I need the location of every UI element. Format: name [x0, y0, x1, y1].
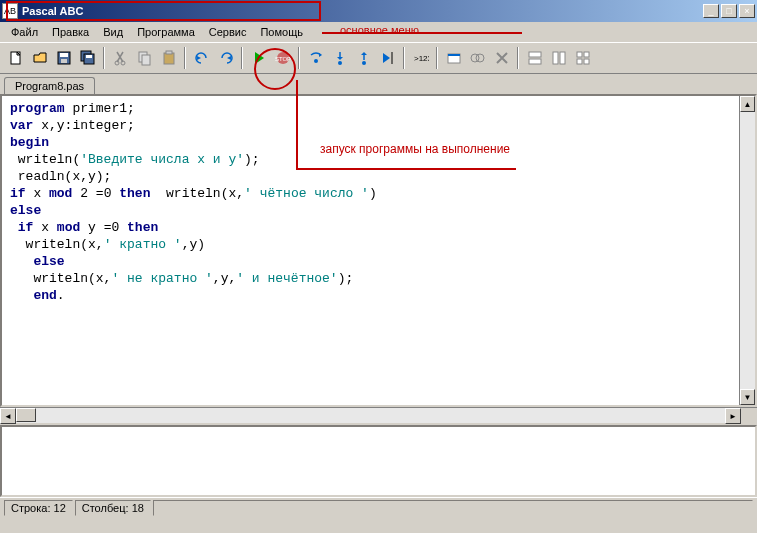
svg-point-23 — [476, 54, 484, 62]
minimize-button[interactable]: _ — [703, 4, 719, 18]
tile-h-icon[interactable] — [523, 47, 546, 69]
step-out-icon[interactable] — [352, 47, 375, 69]
svg-rect-31 — [584, 59, 589, 64]
save-all-icon[interactable] — [76, 47, 99, 69]
annotation-line-run-h — [296, 168, 516, 170]
window-title: Pascal ABC — [22, 5, 703, 17]
cascade-icon[interactable] — [466, 47, 489, 69]
svg-rect-3 — [61, 59, 67, 63]
svg-rect-29 — [584, 52, 589, 57]
annotation-run-label: запуск программы на выполнение — [320, 142, 510, 156]
new-icon[interactable] — [4, 47, 27, 69]
menu-file[interactable]: Файл — [4, 24, 45, 40]
svg-rect-11 — [164, 53, 174, 64]
annotation-line-run-v — [296, 80, 298, 170]
svg-rect-26 — [553, 52, 558, 64]
undo-icon[interactable] — [190, 47, 213, 69]
close-all-icon[interactable] — [490, 47, 513, 69]
windows-icon[interactable] — [442, 47, 465, 69]
svg-rect-27 — [560, 52, 565, 64]
svg-point-16 — [338, 61, 342, 65]
svg-rect-21 — [448, 54, 460, 56]
paste-icon[interactable] — [157, 47, 180, 69]
svg-rect-10 — [142, 55, 150, 65]
svg-text:STOP: STOP — [275, 56, 291, 62]
svg-point-15 — [314, 59, 318, 63]
menu-program[interactable]: Программа — [130, 24, 202, 40]
toolbar: STOP >123 — [0, 42, 757, 74]
svg-rect-12 — [166, 51, 172, 54]
close-button[interactable]: × — [739, 4, 755, 18]
svg-rect-25 — [529, 59, 541, 64]
svg-rect-6 — [86, 55, 92, 58]
annotation-menu-label: основное меню — [340, 24, 419, 36]
run-to-cursor-icon[interactable] — [376, 47, 399, 69]
vertical-scrollbar[interactable]: ▲ ▼ — [739, 96, 755, 405]
svg-rect-2 — [60, 53, 68, 57]
status-bar: Строка: 12 Столбец: 18 — [0, 497, 757, 517]
svg-point-17 — [362, 61, 366, 65]
save-icon[interactable] — [52, 47, 75, 69]
redo-icon[interactable] — [214, 47, 237, 69]
var-watch-icon[interactable]: >123 — [409, 47, 432, 69]
step-into-icon[interactable] — [328, 47, 351, 69]
horizontal-scrollbar[interactable]: ◄ ► — [0, 407, 757, 423]
tab-file[interactable]: Program8.pas — [4, 77, 95, 94]
title-bar: AB Pascal ABC _ □ × — [0, 0, 757, 22]
svg-rect-24 — [529, 52, 541, 57]
run-icon[interactable] — [247, 47, 270, 69]
tab-bar: Program8.pas — [0, 74, 757, 94]
svg-rect-28 — [577, 52, 582, 57]
menu-help[interactable]: Помощь — [253, 24, 310, 40]
stop-icon[interactable]: STOP — [271, 47, 294, 69]
step-over-icon[interactable] — [304, 47, 327, 69]
scroll-right-icon[interactable]: ► — [725, 408, 741, 424]
svg-rect-30 — [577, 59, 582, 64]
menu-view[interactable]: Вид — [96, 24, 130, 40]
editor-wrap: program primer1; var x,y:integer; begin … — [0, 94, 757, 407]
menu-service[interactable]: Сервис — [202, 24, 254, 40]
tile-v-icon[interactable] — [547, 47, 570, 69]
maximize-button[interactable]: □ — [721, 4, 737, 18]
scroll-left-icon[interactable]: ◄ — [0, 408, 16, 424]
cut-icon[interactable] — [109, 47, 132, 69]
output-panel[interactable] — [0, 425, 757, 497]
app-icon: AB — [2, 3, 18, 19]
status-line: Строка: 12 — [4, 500, 73, 516]
svg-text:>123: >123 — [414, 54, 429, 63]
status-column: Столбец: 18 — [75, 500, 151, 516]
scroll-thumb[interactable] — [16, 408, 36, 422]
copy-icon[interactable] — [133, 47, 156, 69]
menu-edit[interactable]: Правка — [45, 24, 96, 40]
scroll-up-icon[interactable]: ▲ — [740, 96, 755, 112]
open-icon[interactable] — [28, 47, 51, 69]
tile-icon[interactable] — [571, 47, 594, 69]
scroll-down-icon[interactable]: ▼ — [740, 389, 755, 405]
